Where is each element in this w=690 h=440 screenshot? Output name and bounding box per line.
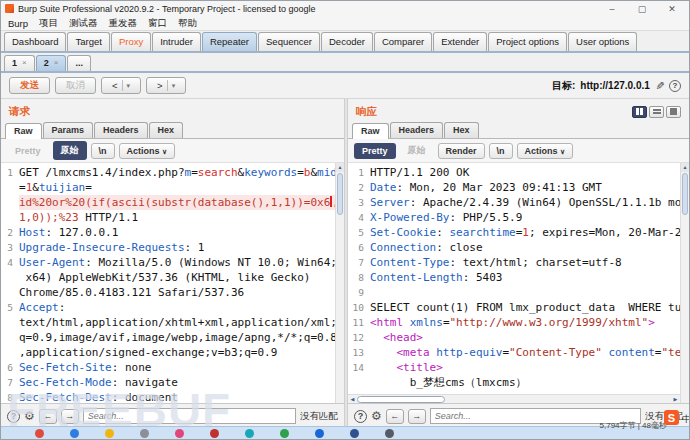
code-line[interactable]: 1,0));%23 HTTP/1.1 xyxy=(1,210,335,225)
code-line[interactable]: 6Connection: close xyxy=(348,240,680,255)
search-prev-button[interactable]: ← xyxy=(39,409,57,424)
code-line[interactable]: Chrome/85.0.4183.121 Safari/537.36 xyxy=(1,285,335,300)
response-editor[interactable]: 1HTTP/1.1 200 OK2Date: Mon, 20 Mar 2023 … xyxy=(348,162,689,403)
code-line[interactable]: 10SELECT count(1) FROM lmx_product_data … xyxy=(348,300,680,315)
pretty-toggle[interactable]: Pretty xyxy=(7,143,49,159)
next-request-button[interactable]: > ▾ xyxy=(146,77,186,94)
actions-button[interactable]: Actions ∨ xyxy=(517,143,574,159)
taskbar-icon-5[interactable] xyxy=(210,429,219,438)
minimize-icon[interactable]: – xyxy=(605,4,619,14)
code-line[interactable]: 6Sec-Fetch-Site: none xyxy=(1,360,335,375)
code-line[interactable]: 4User-Agent: Mozilla/5.0 (Windows NT 10.… xyxy=(1,255,335,270)
code-line[interactable]: 5Accept: xyxy=(1,300,335,315)
prev-request-button[interactable]: < ▾ xyxy=(101,77,141,94)
code-line[interactable]: 12 <head> xyxy=(348,330,680,345)
gear-icon[interactable]: ⚙ xyxy=(24,410,35,423)
tab-intruder[interactable]: Intruder xyxy=(152,32,201,51)
code-line[interactable]: 8Sec-Fetch-Dest: document xyxy=(1,390,335,403)
help-icon[interactable]: ? xyxy=(354,410,367,423)
layout-single-button[interactable] xyxy=(666,106,681,118)
taskbar-icon-7[interactable] xyxy=(280,429,289,438)
close-tab-icon[interactable]: × xyxy=(22,58,27,68)
code-line[interactable]: 3Server: Apache/2.4.39 (Win64) OpenSSL/1… xyxy=(348,195,680,210)
scrollbar-thumb[interactable] xyxy=(682,173,688,215)
scroll-right-icon[interactable]: ▶ xyxy=(671,396,680,402)
taskbar-icon-2[interactable] xyxy=(105,429,114,438)
code-line[interactable]: 5Set-Cookie: searchtime=1; expires=Mon, … xyxy=(348,225,680,240)
tab-project-options[interactable]: Project options xyxy=(488,32,567,51)
search-input[interactable] xyxy=(83,408,296,424)
tab-extender[interactable]: Extender xyxy=(433,32,487,51)
tab-sequencer[interactable]: Sequencer xyxy=(258,32,320,51)
tab-decoder[interactable]: Decoder xyxy=(321,32,373,51)
send-button[interactable]: 发送 xyxy=(9,77,50,94)
code-line[interactable]: text/html,application/xhtml+xml,applicat… xyxy=(1,315,335,330)
code-line[interactable]: 7Content-Type: text/html; charset=utf-8 xyxy=(348,255,680,270)
render-toggle[interactable]: Render xyxy=(438,143,485,159)
tab-target[interactable]: Target xyxy=(67,32,109,51)
request-tab-params[interactable]: Params xyxy=(43,122,94,138)
maximize-icon[interactable]: ▢ xyxy=(635,4,649,14)
raw-toggle[interactable]: 原始 xyxy=(53,141,87,160)
response-tab-raw[interactable]: Raw xyxy=(352,123,389,139)
code-line[interactable]: ,application/signed-exchange;v=b3;q=0.9 xyxy=(1,345,335,360)
search-prev-button[interactable]: ← xyxy=(386,409,404,424)
code-line[interactable]: 7Sec-Fetch-Mode: navigate xyxy=(1,375,335,390)
layout-rows-button[interactable] xyxy=(649,106,664,118)
repeater-tab-...[interactable]: ... xyxy=(67,55,91,71)
code-line[interactable]: x64) AppleWebKit/537.36 (KHTML, like Gec… xyxy=(1,270,335,285)
response-tab-headers[interactable]: Headers xyxy=(390,122,444,138)
code-line[interactable]: 8Content-Length: 5403 xyxy=(348,270,680,285)
tab-comparer[interactable]: Comparer xyxy=(374,32,432,51)
tab-user-options[interactable]: User options xyxy=(568,32,637,51)
code-line[interactable]: b_梦想cms（lmxcms） xyxy=(348,375,680,390)
code-line[interactable]: 14 <title> xyxy=(348,360,680,375)
layout-columns-button[interactable] xyxy=(632,106,647,118)
actions-button[interactable]: Actions ∨ xyxy=(119,143,176,159)
code-line[interactable]: =1&tuijian= xyxy=(1,180,335,195)
raw-toggle[interactable]: 原始 xyxy=(400,141,434,160)
code-line[interactable]: 11<html xmlns="http://www.w3.org/1999/xh… xyxy=(348,315,680,330)
menu-item-Burp[interactable]: Burp xyxy=(8,18,28,29)
help-icon[interactable]: ? xyxy=(7,410,20,423)
code-line[interactable]: q=0.9,image/avif,image/webp,image/apng,*… xyxy=(1,330,335,345)
taskbar-icon-0[interactable] xyxy=(35,429,44,438)
code-line[interactable]: 1GET /lmxcms1.4/index.php?m=search&keywo… xyxy=(1,165,335,180)
taskbar-icon-9[interactable] xyxy=(350,429,359,438)
request-vertical-scrollbar[interactable]: ▲ xyxy=(335,163,344,403)
code-line[interactable]: 2Date: Mon, 20 Mar 2023 09:41:13 GMT xyxy=(348,180,680,195)
scrollbar-thumb[interactable] xyxy=(337,173,343,215)
request-tab-headers[interactable]: Headers xyxy=(94,122,148,138)
menu-item-帮助[interactable]: 帮助 xyxy=(178,17,197,30)
search-next-button[interactable]: → xyxy=(408,409,426,424)
code-line[interactable]: 3Upgrade-Insecure-Requests: 1 xyxy=(1,240,335,255)
response-tab-hex[interactable]: Hex xyxy=(444,122,479,138)
edit-target-icon[interactable]: ✎ xyxy=(653,81,666,90)
close-icon[interactable]: ✕ xyxy=(665,4,679,14)
code-line[interactable]: 2Host: 127.0.0.1 xyxy=(1,225,335,240)
menu-item-重发器[interactable]: 重发器 xyxy=(109,17,138,30)
code-line[interactable]: id%20or%20(if(ascii(substr(database(),1,… xyxy=(1,195,335,210)
repeater-tab-2[interactable]: 2× xyxy=(36,55,67,71)
menu-item-测试器[interactable]: 测试器 xyxy=(69,17,98,30)
taskbar-icon-4[interactable] xyxy=(175,429,184,438)
sogou-ime-icon[interactable]: S xyxy=(664,410,679,425)
code-line[interactable]: 9 xyxy=(348,285,680,300)
cancel-button[interactable]: 取消 xyxy=(55,77,96,94)
taskbar-icon-6[interactable] xyxy=(245,429,254,438)
scroll-up-icon[interactable]: ▲ xyxy=(336,163,344,172)
close-tab-icon[interactable]: × xyxy=(54,58,59,68)
code-line[interactable]: 13 <meta http-equiv="Content-Type" conte… xyxy=(348,345,680,360)
scroll-left-icon[interactable]: ◀ xyxy=(348,396,357,402)
request-tab-raw[interactable]: Raw xyxy=(5,123,42,139)
taskbar-icon-3[interactable] xyxy=(140,429,149,438)
response-horizontal-scrollbar[interactable]: ◀ ▶ xyxy=(348,394,680,403)
search-next-button[interactable]: → xyxy=(61,409,79,424)
scroll-up-icon[interactable]: ▲ xyxy=(681,163,689,172)
tab-repeater[interactable]: Repeater xyxy=(202,32,257,51)
help-icon[interactable]: ? xyxy=(669,80,681,92)
menu-item-项目[interactable]: 项目 xyxy=(39,17,58,30)
code-line[interactable]: 1HTTP/1.1 200 OK xyxy=(348,165,680,180)
newline-toggle[interactable]: \n xyxy=(91,143,115,159)
tab-proxy[interactable]: Proxy xyxy=(111,32,151,51)
